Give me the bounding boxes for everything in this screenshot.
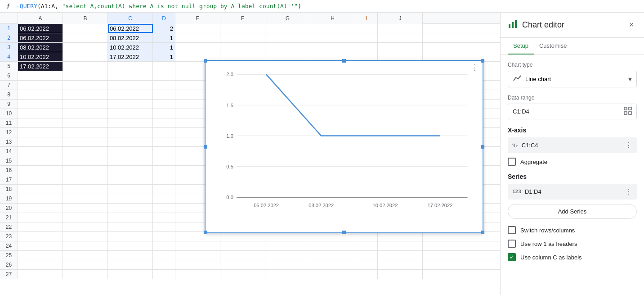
series-more-icon[interactable]: ⋮ xyxy=(625,187,632,196)
cell[interactable] xyxy=(108,185,153,194)
cell[interactable] xyxy=(265,232,310,241)
panel-close-button[interactable]: × xyxy=(626,20,637,31)
cell[interactable] xyxy=(378,232,423,241)
cell[interactable] xyxy=(108,260,153,269)
cell[interactable] xyxy=(378,43,423,52)
cell[interactable]: 10.02.2022 xyxy=(18,52,63,61)
cell[interactable] xyxy=(18,222,63,231)
col-header-a[interactable]: A xyxy=(18,13,63,24)
cell[interactable] xyxy=(108,156,153,165)
cell[interactable]: 08.02.2022 xyxy=(108,33,153,42)
cell[interactable] xyxy=(310,270,355,279)
cell[interactable] xyxy=(18,147,63,156)
resize-handle-top-center[interactable] xyxy=(342,59,346,63)
cell[interactable] xyxy=(18,166,63,175)
cell[interactable] xyxy=(18,109,63,118)
cell[interactable] xyxy=(355,24,378,33)
cell[interactable] xyxy=(153,241,175,250)
cell[interactable] xyxy=(18,260,63,269)
cell[interactable] xyxy=(108,175,153,184)
cell[interactable] xyxy=(175,251,220,260)
use-row1-row[interactable]: Use row 1 as headers xyxy=(508,240,637,248)
tab-customise[interactable]: Customise xyxy=(534,38,572,54)
cell[interactable]: 2 xyxy=(153,24,175,33)
cell[interactable] xyxy=(220,270,265,279)
cell[interactable] xyxy=(63,52,108,61)
cell[interactable] xyxy=(153,137,175,146)
cell[interactable] xyxy=(63,194,108,203)
resize-handle-bot-left[interactable] xyxy=(204,231,207,234)
cell[interactable] xyxy=(108,118,153,127)
cell[interactable] xyxy=(355,260,378,269)
cell[interactable] xyxy=(63,109,108,118)
cell[interactable] xyxy=(175,232,220,241)
aggregate-checkbox[interactable] xyxy=(508,158,516,166)
cell[interactable]: 06.02.2022 xyxy=(18,24,63,33)
cell[interactable] xyxy=(153,194,175,203)
grid-range-icon[interactable] xyxy=(624,107,632,116)
cell[interactable] xyxy=(63,251,108,260)
cell[interactable] xyxy=(220,232,265,241)
cell[interactable] xyxy=(63,232,108,241)
cell[interactable] xyxy=(18,100,63,109)
cell[interactable]: 06.02.2022 xyxy=(18,33,63,42)
cell[interactable] xyxy=(108,241,153,250)
cell[interactable] xyxy=(153,166,175,175)
cell[interactable] xyxy=(220,251,265,260)
cell[interactable] xyxy=(355,270,378,279)
tab-setup[interactable]: Setup xyxy=(508,38,534,54)
col-header-b[interactable]: B xyxy=(63,13,108,24)
chart-type-dropdown[interactable]: Line chart ▾ xyxy=(508,71,637,87)
cell[interactable] xyxy=(355,232,378,241)
cell[interactable] xyxy=(153,147,175,156)
cell[interactable] xyxy=(63,175,108,184)
cell[interactable] xyxy=(153,175,175,184)
aggregate-row[interactable]: Aggregate xyxy=(508,158,637,166)
cell[interactable] xyxy=(18,213,63,222)
cell[interactable] xyxy=(108,194,153,203)
cell[interactable] xyxy=(153,251,175,260)
cell[interactable] xyxy=(63,185,108,194)
cell[interactable] xyxy=(63,43,108,52)
cell[interactable] xyxy=(153,204,175,213)
cell[interactable] xyxy=(108,109,153,118)
cell[interactable] xyxy=(153,62,175,71)
resize-handle-bot-right[interactable] xyxy=(481,231,484,234)
cell[interactable] xyxy=(63,260,108,269)
chart-overlay[interactable]: ⋮ 0.0 0.5 1.0 1.5 2.0 06.02.2022 xyxy=(205,60,483,233)
cell[interactable] xyxy=(153,100,175,109)
cell[interactable] xyxy=(18,71,63,80)
use-col-c-row[interactable]: Use column C as labels xyxy=(508,253,637,261)
cell[interactable] xyxy=(378,260,423,269)
col-header-j[interactable]: J xyxy=(378,13,423,24)
col-header-h[interactable]: H xyxy=(310,13,355,24)
cell[interactable] xyxy=(378,270,423,279)
cell[interactable] xyxy=(265,241,310,250)
cell[interactable] xyxy=(63,222,108,231)
cell[interactable] xyxy=(63,90,108,99)
cell[interactable] xyxy=(220,260,265,269)
col-header-c[interactable]: C xyxy=(108,13,153,24)
cell[interactable] xyxy=(63,62,108,71)
col-header-f[interactable]: F xyxy=(220,13,265,24)
cell[interactable] xyxy=(108,232,153,241)
cell[interactable]: 1 xyxy=(153,43,175,52)
cell[interactable] xyxy=(220,24,265,33)
cell[interactable] xyxy=(63,118,108,127)
cell[interactable] xyxy=(153,118,175,127)
cell[interactable]: 06.02.2022 xyxy=(108,24,153,33)
cell[interactable] xyxy=(18,81,63,90)
cell[interactable] xyxy=(18,128,63,137)
cell[interactable] xyxy=(175,241,220,250)
cell[interactable] xyxy=(310,241,355,250)
cell[interactable] xyxy=(378,24,423,33)
cell[interactable]: 1 xyxy=(153,52,175,61)
chart-menu-button[interactable]: ⋮ xyxy=(471,64,479,72)
cell[interactable] xyxy=(220,241,265,250)
cell[interactable] xyxy=(153,156,175,165)
cell[interactable]: 08.02.2022 xyxy=(18,43,63,52)
cell[interactable] xyxy=(175,43,220,52)
cell[interactable] xyxy=(355,43,378,52)
cell[interactable] xyxy=(378,241,423,250)
cell[interactable] xyxy=(63,24,108,33)
